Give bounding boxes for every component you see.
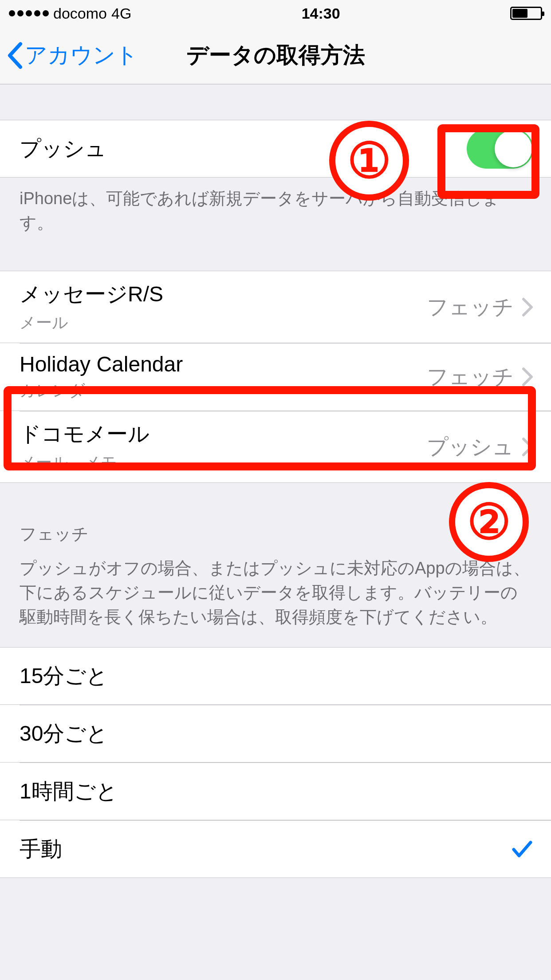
navigation-bar: アカウント データの取得方法 — [0, 27, 551, 84]
fetch-option-1hour[interactable]: 1時間ごと — [0, 763, 551, 820]
push-group: プッシュ — [0, 120, 551, 178]
account-row-docomo-mail[interactable]: ドコモメール メール、メモ プッシュ — [0, 411, 551, 483]
annotation-badge-2: ② — [449, 482, 529, 562]
account-row-holiday-calendar[interactable]: Holiday Calendar カレンダー フェッチ — [0, 343, 551, 411]
back-button[interactable]: アカウント — [6, 40, 138, 70]
account-title: Holiday Calendar — [20, 352, 427, 376]
account-value: プッシュ — [427, 433, 514, 461]
account-row-message-rs[interactable]: メッセージR/S メール フェッチ — [0, 271, 551, 343]
annotation-number: ① — [347, 132, 391, 189]
push-row: プッシュ — [0, 120, 551, 178]
fetch-option-label: 1時間ごと — [20, 777, 533, 806]
chevron-right-icon — [522, 367, 533, 387]
fetch-option-label: 手動 — [20, 835, 511, 863]
fetch-options-group: 15分ごと 30分ごと 1時間ごと 手動 — [0, 647, 551, 878]
accounts-group: メッセージR/S メール フェッチ Holiday Calendar カレンダー… — [0, 271, 551, 483]
fetch-option-30min[interactable]: 30分ごと — [0, 705, 551, 763]
chevron-left-icon — [6, 41, 24, 70]
annotation-number: ② — [467, 494, 511, 550]
carrier-label: docomo — [53, 5, 107, 22]
account-value: フェッチ — [427, 363, 514, 391]
account-subtitle: メール、メモ — [20, 452, 427, 474]
fetch-option-15min[interactable]: 15分ごと — [0, 647, 551, 705]
account-value: フェッチ — [427, 293, 514, 321]
fetch-option-label: 30分ごと — [20, 719, 533, 748]
battery-icon — [510, 7, 542, 20]
fetch-option-label: 15分ごと — [20, 662, 533, 690]
chevron-right-icon — [522, 437, 533, 457]
account-title: メッセージR/S — [20, 280, 427, 308]
account-subtitle: カレンダー — [20, 380, 427, 402]
status-bar-right — [510, 7, 542, 20]
checkmark-icon — [511, 838, 533, 860]
annotation-badge-1: ① — [329, 121, 409, 201]
push-footer: iPhoneは、可能であれば新規データをサーバから自動受信します。 — [0, 178, 551, 235]
fetch-description: プッシュがオフの場合、またはプッシュに未対応のAppの場合は、下にあるスケジュー… — [0, 556, 551, 647]
account-subtitle: メール — [20, 312, 427, 334]
signal-strength-icon — [9, 10, 49, 16]
chevron-right-icon — [522, 297, 533, 317]
fetch-option-manual[interactable]: 手動 — [0, 820, 551, 878]
network-label: 4G — [111, 5, 131, 22]
toggle-knob — [495, 130, 532, 167]
push-toggle[interactable] — [467, 129, 533, 169]
status-bar-left: docomo 4G — [9, 5, 131, 22]
back-label: アカウント — [25, 40, 138, 70]
clock-label: 14:30 — [302, 5, 340, 22]
account-title: ドコモメール — [20, 420, 427, 448]
page-title: データの取得方法 — [186, 40, 365, 70]
status-bar: docomo 4G 14:30 — [0, 0, 551, 27]
